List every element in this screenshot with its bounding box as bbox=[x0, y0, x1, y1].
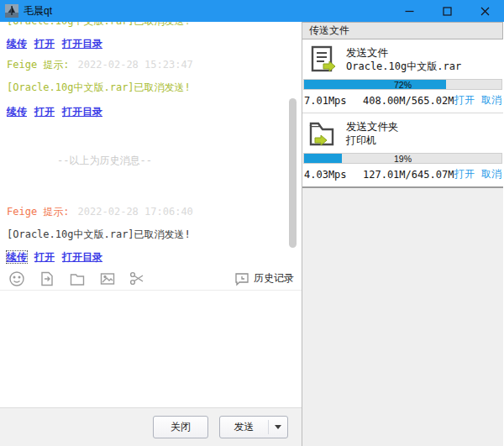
transfer-open-link[interactable]: 打开 bbox=[454, 93, 475, 108]
dropdown-caret-icon bbox=[275, 425, 281, 429]
folder-icon[interactable] bbox=[68, 270, 86, 287]
folder-send-icon bbox=[308, 119, 337, 148]
transfer-open-link[interactable]: 打开 bbox=[454, 167, 475, 181]
window-title: 毛晨qt bbox=[24, 4, 52, 18]
minimize-button[interactable] bbox=[391, 0, 428, 22]
history-divider-text: --以上为历史消息-- bbox=[57, 155, 152, 166]
resume-link[interactable]: 续传 bbox=[7, 106, 27, 118]
maximize-button[interactable] bbox=[428, 0, 466, 22]
file-send-icon bbox=[308, 45, 337, 74]
message-body: [Oracle.10g中文版.rar]已取消发送! bbox=[7, 228, 191, 240]
message-action-links: 续传打开打开目录 bbox=[7, 106, 110, 118]
history-bubble-icon bbox=[234, 271, 249, 286]
open-link[interactable]: 打开 bbox=[34, 251, 55, 263]
open-dir-link[interactable]: 打开目录 bbox=[62, 106, 102, 118]
clipped-message: [Oracle.10g中文版.rar]已取消发送! bbox=[7, 22, 191, 27]
resume-link[interactable]: 续传 bbox=[7, 251, 27, 263]
transfer-speed: 7.01Mps bbox=[304, 95, 363, 107]
message-input-area[interactable] bbox=[0, 291, 302, 407]
transfer-panel-header: 传送文件 bbox=[302, 22, 503, 39]
send-dropdown-button[interactable] bbox=[269, 425, 287, 429]
transfer-cancel-link[interactable]: 取消 bbox=[481, 167, 501, 181]
chat-column: [Oracle.10g中文版.rar]已取消发送! 续传打开打开目录 Feige… bbox=[0, 22, 302, 446]
title-bar[interactable]: 毛晨qt bbox=[0, 0, 504, 22]
transfer-type-label: 发送文件夹 bbox=[346, 120, 399, 134]
transfer-progress-percent: 72% bbox=[304, 80, 501, 90]
open-link[interactable]: 打开 bbox=[34, 38, 55, 50]
composer-toolbar: 历史记录 bbox=[0, 267, 302, 291]
scissors-icon[interactable] bbox=[129, 270, 146, 287]
message-header: Feige 提示:2022-02-28 17:06:40 bbox=[7, 206, 193, 218]
message-action-links: 续传打开打开目录 bbox=[7, 38, 110, 50]
app-icon bbox=[5, 4, 18, 18]
transfer-panel-empty-area bbox=[302, 188, 503, 446]
message-body: [Oracle.10g中文版.rar]已取消发送! bbox=[7, 81, 191, 93]
send-button[interactable]: 发送 bbox=[219, 416, 288, 438]
transfer-type-label: 发送文件 bbox=[346, 46, 461, 60]
send-file-icon[interactable] bbox=[38, 270, 55, 287]
transfer-size-progress: 127.01M/645.07M bbox=[363, 169, 454, 181]
timestamp: 2022-02-28 17:06:40 bbox=[78, 206, 193, 218]
close-chat-button[interactable]: 关闭 bbox=[153, 416, 208, 438]
close-button[interactable] bbox=[466, 0, 504, 22]
open-dir-link[interactable]: 打开目录 bbox=[62, 38, 102, 50]
transfer-item-file: 发送文件 Oracle.10g中文版.rar 72% 7.01Mps 408.0… bbox=[302, 39, 503, 113]
sender-label: Feige 提示: bbox=[7, 59, 70, 71]
transfer-speed: 4.03Mps bbox=[304, 169, 363, 181]
transfer-panel: 传送文件 发送文件 Oracle.10g中文版.rar 72% bbox=[302, 22, 503, 446]
emoji-icon[interactable] bbox=[8, 270, 25, 287]
history-label: 历史记录 bbox=[254, 271, 294, 286]
timestamp: 2022-02-28 15:23:47 bbox=[78, 59, 193, 71]
transfer-item-folder: 发送文件夹 打印机 19% 4.03Mps 127.01M/645.07M 打开… bbox=[302, 113, 503, 188]
open-link[interactable]: 打开 bbox=[34, 106, 55, 118]
resume-link[interactable]: 续传 bbox=[7, 38, 27, 50]
transfer-cancel-link[interactable]: 取消 bbox=[481, 93, 501, 108]
message-action-links: 续传打开打开目录 bbox=[7, 251, 110, 263]
chat-scrollbar-thumb[interactable] bbox=[289, 98, 297, 248]
chat-message-area[interactable]: [Oracle.10g中文版.rar]已取消发送! 续传打开打开目录 Feige… bbox=[0, 22, 302, 267]
sender-label: Feige 提示: bbox=[7, 206, 70, 218]
image-icon[interactable] bbox=[98, 270, 116, 287]
history-button[interactable]: 历史记录 bbox=[234, 271, 294, 286]
transfer-size-progress: 408.00M/565.02M bbox=[363, 95, 454, 107]
transfer-progress-bar: 72% bbox=[303, 79, 502, 90]
transfer-folder-name: 打印机 bbox=[346, 134, 399, 147]
composer-footer: 关闭 发送 bbox=[0, 407, 302, 446]
open-dir-link[interactable]: 打开目录 bbox=[62, 251, 102, 263]
transfer-progress-bar: 19% bbox=[303, 153, 502, 164]
transfer-progress-percent: 19% bbox=[304, 154, 501, 164]
transfer-file-name: Oracle.10g中文版.rar bbox=[346, 60, 461, 73]
send-button-label[interactable]: 发送 bbox=[220, 420, 268, 434]
message-header: Feige 提示:2022-02-28 15:23:47 bbox=[7, 59, 193, 71]
